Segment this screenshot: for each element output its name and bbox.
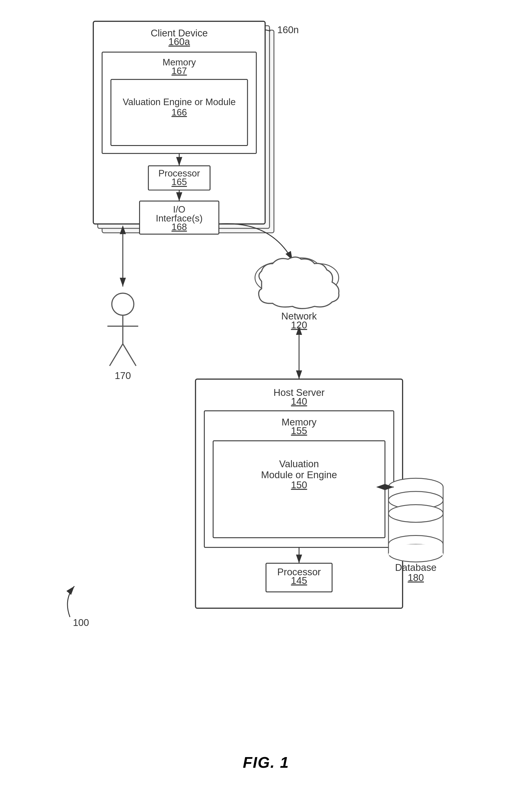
user-head <box>112 293 134 315</box>
server-memory-ref: 155 <box>291 425 307 436</box>
server-valuation-ref: 150 <box>291 479 307 490</box>
server-valuation-label1: Valuation <box>279 458 319 469</box>
io-ref: 168 <box>171 222 187 232</box>
database-ref: 180 <box>408 572 424 583</box>
client-device-ref: 160a <box>168 36 190 47</box>
user-ref: 170 <box>115 370 131 381</box>
database-label: Database <box>395 562 436 573</box>
client-memory-ref: 167 <box>171 66 187 76</box>
host-server-ref: 140 <box>291 396 307 407</box>
diagram: 160n Client Device 160a Memory 167 Valua… <box>24 18 508 742</box>
figure-ref: 100 <box>73 617 89 628</box>
client-processor-ref: 165 <box>171 177 187 187</box>
client-valuation-label: Valuation Engine or Module <box>123 97 236 107</box>
svg-rect-8 <box>388 544 443 555</box>
page: 160n Client Device 160a Memory 167 Valua… <box>0 0 532 795</box>
server-processor-ref: 145 <box>291 575 307 586</box>
client-valuation-ref: 166 <box>171 107 187 117</box>
stack-ref-label: 160n <box>278 24 299 35</box>
figure-ref-arrow <box>68 586 74 617</box>
db-mid-ellipse2 <box>388 505 443 522</box>
user-left-leg <box>110 344 123 366</box>
server-valuation-label2: Module or Engine <box>261 469 337 480</box>
network-ref: 120 <box>291 320 307 330</box>
network-cloud <box>255 257 339 308</box>
user-right-leg <box>123 344 136 366</box>
figure-label: FIG. 1 <box>243 754 289 771</box>
